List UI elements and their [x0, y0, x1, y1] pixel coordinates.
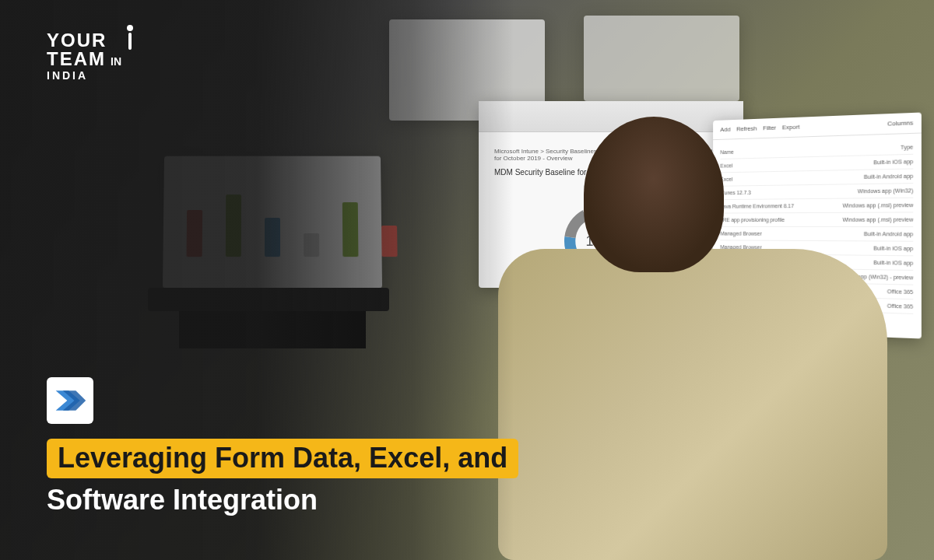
columns-button: Columns: [887, 119, 913, 127]
background-monitor: [584, 16, 739, 101]
table-row: iTunes 12.7.3Windows app (Win32): [720, 184, 913, 200]
add-button: Add: [720, 126, 730, 133]
filter-button: Filter: [763, 124, 776, 131]
headline: Leveraging Form Data, Excel, and Softwar…: [47, 437, 518, 521]
table-row: Managed BrowserBuilt-in Android app: [720, 227, 913, 242]
headline-line1: Leveraging Form Data, Excel, and: [47, 439, 518, 478]
col-type: Type: [901, 144, 913, 150]
logo-suffix: IN: [111, 56, 121, 67]
export-button: Export: [782, 124, 800, 131]
refresh-button: Refresh: [736, 125, 757, 133]
logo-line1: YOUR: [47, 31, 121, 50]
logo-line3: INDIA: [47, 70, 121, 81]
col-name: Name: [720, 149, 733, 155]
person-head: [584, 117, 724, 272]
logo-line2: TEAM: [47, 50, 106, 68]
logo: YOUR TEAM IN INDIA: [47, 31, 121, 81]
table-row: Java Runtime Environment 8.17Windows app…: [720, 198, 913, 214]
logo-figure-icon: [123, 25, 137, 56]
power-automate-icon: [47, 377, 93, 424]
table-row: JRE app provisioning profileWindows app …: [720, 212, 913, 227]
person-foreground: [498, 249, 887, 560]
headline-line2: Software Integration: [47, 481, 318, 519]
azure-header: [479, 101, 743, 132]
